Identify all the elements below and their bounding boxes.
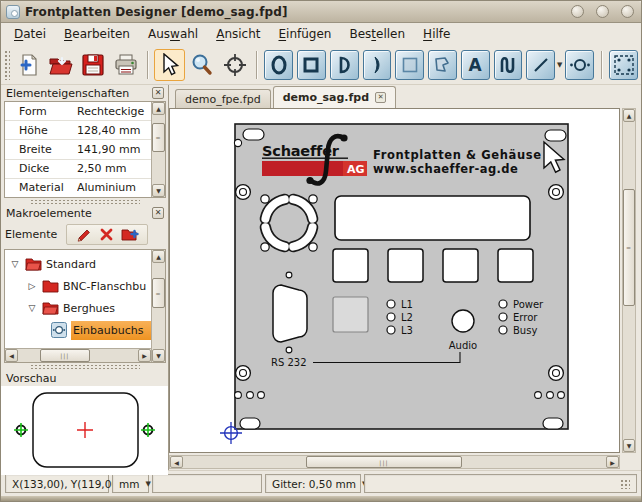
expander-open-icon[interactable]: ▽ [26,303,38,313]
tree-horizontal-scrollbar[interactable]: ◀ ||| ▶ [5,348,151,362]
select-tool-button[interactable] [154,49,185,81]
scrollbar-thumb[interactable]: ||| [306,456,463,468]
scroll-up-icon[interactable]: ▲ [152,250,165,263]
panel-corners-icon [612,53,636,77]
toolbar-separator [256,51,257,79]
scroll-up-icon[interactable]: ▲ [623,109,635,122]
new-document-icon [15,52,41,78]
slot-cutout[interactable] [543,418,563,429]
panel-corner-tool-button[interactable] [609,50,638,80]
save-file-button[interactable] [78,49,109,81]
scroll-down-icon[interactable]: ▼ [623,439,635,452]
polygon-tool-button[interactable] [428,50,457,80]
display-cutout[interactable] [335,196,530,240]
scroll-down-icon[interactable]: ▼ [152,349,165,362]
tree-item-bnc[interactable]: ▷ BNC-Flanschbu [5,275,151,297]
menu-ansicht[interactable]: Ansicht [207,25,269,43]
properties-panel-title: Elementeigenschaften [6,87,129,100]
line-tool-dropdown-arrow[interactable]: ▼ [557,61,562,69]
minimize-button[interactable] [571,5,584,18]
tree-item-berghues[interactable]: ▽ Berghues [5,297,151,319]
panel-tagline: Frontplatten & Gehäuse [373,148,542,162]
property-row[interactable]: Material Aluminium [5,179,151,197]
text-tool-button[interactable]: A [461,50,490,80]
half-circle-tool-button[interactable] [330,50,359,80]
hpgl-tool-button[interactable] [565,50,594,80]
dock-splitter[interactable] [1,363,168,370]
drill-hole[interactable] [234,139,241,146]
canvas-horizontal-scrollbar[interactable]: ◀ ||| ▶ [169,455,620,469]
open-file-button[interactable] [45,49,76,81]
unit-dropdown[interactable]: mm▼ [112,474,149,493]
origin-tool-button[interactable] [220,49,251,81]
open-file-icon [48,52,74,78]
folder-icon [42,279,59,293]
tab-demo-fpe[interactable]: demo_fpe.fpd [175,89,271,108]
expander-open-icon[interactable]: ▽ [9,259,21,269]
tab-close-icon[interactable]: ✕ [375,92,386,103]
tree-vertical-scrollbar[interactable]: ▲ = ▼ [151,250,165,362]
scroll-left-icon[interactable]: ◀ [5,349,18,362]
property-row[interactable]: Dicke 2,50 mm [5,160,151,179]
status-message-panel [152,474,262,493]
curve-tool-button[interactable] [494,50,523,80]
arc-icon [366,54,388,76]
properties-panel-close-icon[interactable]: ✕ [152,87,164,99]
scrollbar-thumb[interactable]: = [623,189,635,306]
slot-cutout[interactable] [243,129,264,140]
folder-open-icon [25,257,42,271]
dock-splitter[interactable] [1,198,168,205]
property-row[interactable]: Form Rechteckige [5,102,151,121]
scroll-left-icon[interactable]: ◀ [170,456,183,468]
menu-bearbeiten[interactable]: Bearbeiten [55,25,139,43]
property-row[interactable]: Breite 141,90 mm [5,140,151,159]
property-row[interactable]: Höhe 128,40 mm [5,121,151,140]
arc-tool-button[interactable] [363,50,392,80]
engraved-square[interactable] [333,297,368,332]
resize-grip[interactable] [620,479,630,489]
menu-hilfe[interactable]: Hilfe [414,25,459,43]
print-button[interactable] [111,49,142,81]
add-folder-icon[interactable] [121,227,139,242]
close-button[interactable] [621,5,634,18]
canvas-vertical-scrollbar[interactable]: ▲ = ▼ [622,108,636,453]
rectangle-icon [300,54,322,76]
design-canvas[interactable]: Schaeffer AG Frontplatten & Gehäuse www.… [169,108,620,453]
zoom-tool-button[interactable] [187,49,218,81]
svg-text:RS 232: RS 232 [271,357,307,368]
new-document-button[interactable] [13,49,44,81]
rectangle-tool-button[interactable] [297,50,326,80]
expander-closed-icon[interactable]: ▷ [26,281,38,291]
scrollbar-thumb[interactable]: ||| [40,349,90,362]
svg-text:Error: Error [513,312,538,323]
svg-text:L3: L3 [401,325,413,336]
scroll-right-icon[interactable]: ▶ [138,349,151,362]
delete-x-icon[interactable] [100,228,113,241]
menu-bestellen[interactable]: Bestellen [340,25,414,43]
scroll-up-icon[interactable]: ▲ [152,102,165,115]
engraving-tool-button[interactable] [395,50,424,80]
toolbar-drag-handle[interactable] [4,50,10,80]
slot-cutout[interactable] [545,130,566,141]
ellipse-tool-button[interactable] [264,50,293,80]
menu-datei[interactable]: Datei [5,25,55,43]
line-tool-button[interactable] [526,50,555,80]
macro-tree: ▽ Standard ▷ BNC-Flanschbu ▽ Berghues [4,249,166,363]
menu-einfuegen[interactable]: Einfügen [270,25,341,43]
slot-cutout[interactable] [240,418,260,429]
scrollbar-thumb[interactable]: = [152,123,165,152]
tree-item-standard[interactable]: ▽ Standard [5,253,151,275]
scroll-down-icon[interactable]: ▼ [152,184,165,197]
tab-demo-sag[interactable]: demo_sag.fpd ✕ [273,86,396,108]
tree-item-einbaubuchse[interactable]: Einbaubuchs [5,319,151,341]
edit-pencil-icon[interactable] [75,227,92,242]
svg-text:L2: L2 [401,312,413,323]
maximize-button[interactable] [596,5,609,18]
scroll-right-icon[interactable]: ▶ [606,456,619,468]
properties-scrollbar[interactable]: ▲ = ▼ [151,102,165,197]
scrollbar-thumb[interactable]: = [152,278,165,307]
cursor-coordinates: X(133,00), Y(119,00) [5,474,109,493]
menu-auswahl[interactable]: Auswahl [139,25,207,43]
macro-panel-close-icon[interactable]: ✕ [152,207,164,219]
grid-dropdown[interactable]: Gitter: 0,50 mm▼ [265,474,361,493]
